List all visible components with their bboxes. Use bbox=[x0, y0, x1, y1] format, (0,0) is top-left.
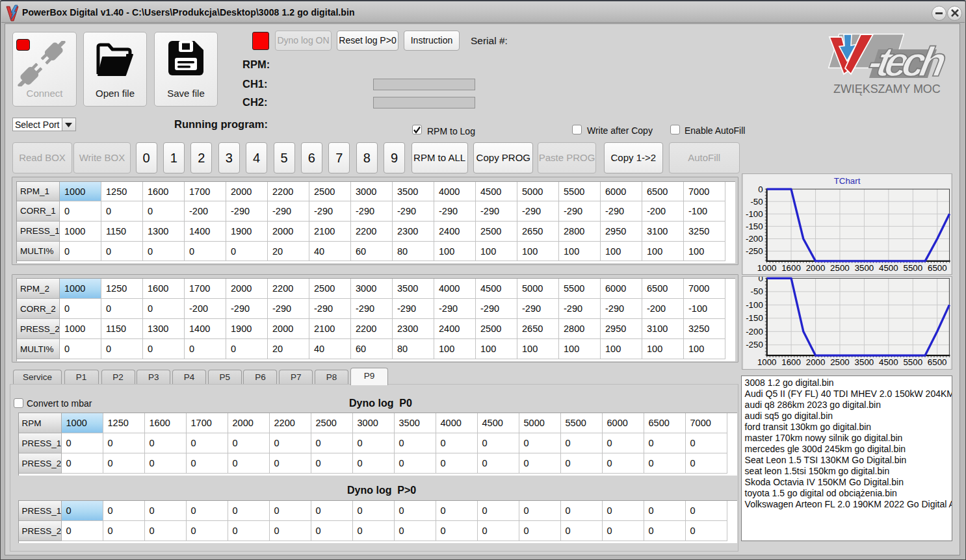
svg-text:-200: -200 bbox=[746, 234, 763, 244]
svg-text:-150: -150 bbox=[746, 222, 763, 231]
svg-text:-tech: -tech bbox=[865, 39, 948, 85]
svg-text:6500: 6500 bbox=[928, 357, 947, 366]
svg-text:-150: -150 bbox=[746, 313, 763, 323]
svg-text:2500: 2500 bbox=[830, 357, 850, 366]
svg-text:-100: -100 bbox=[746, 209, 763, 219]
svg-text:4500: 4500 bbox=[879, 357, 898, 366]
svg-text:1000: 1000 bbox=[757, 357, 777, 366]
svg-text:4500: 4500 bbox=[879, 263, 898, 273]
svg-text:-100: -100 bbox=[746, 299, 763, 309]
svg-text:2000: 2000 bbox=[806, 263, 826, 273]
svg-text:-250: -250 bbox=[746, 246, 763, 256]
svg-text:-50: -50 bbox=[750, 197, 763, 207]
svg-text:TChart: TChart bbox=[834, 176, 861, 186]
svg-text:6500: 6500 bbox=[928, 263, 947, 273]
svg-text:1600: 1600 bbox=[781, 263, 801, 273]
svg-text:2500: 2500 bbox=[830, 263, 850, 273]
svg-text:-200: -200 bbox=[746, 326, 763, 336]
svg-text:-50: -50 bbox=[751, 286, 763, 296]
svg-text:5500: 5500 bbox=[903, 357, 922, 366]
svg-text:3500: 3500 bbox=[855, 357, 874, 366]
svg-text:2000: 2000 bbox=[806, 357, 826, 366]
svg-text:1000: 1000 bbox=[757, 263, 777, 273]
svg-text:ZWIĘKSZAMY MOC: ZWIĘKSZAMY MOC bbox=[833, 83, 941, 95]
svg-text:1600: 1600 bbox=[781, 357, 801, 366]
svg-text:0: 0 bbox=[758, 276, 763, 283]
svg-text:5500: 5500 bbox=[904, 263, 923, 273]
svg-text:3500: 3500 bbox=[855, 263, 874, 273]
svg-text:0: 0 bbox=[758, 185, 763, 194]
svg-text:-250: -250 bbox=[746, 340, 763, 350]
